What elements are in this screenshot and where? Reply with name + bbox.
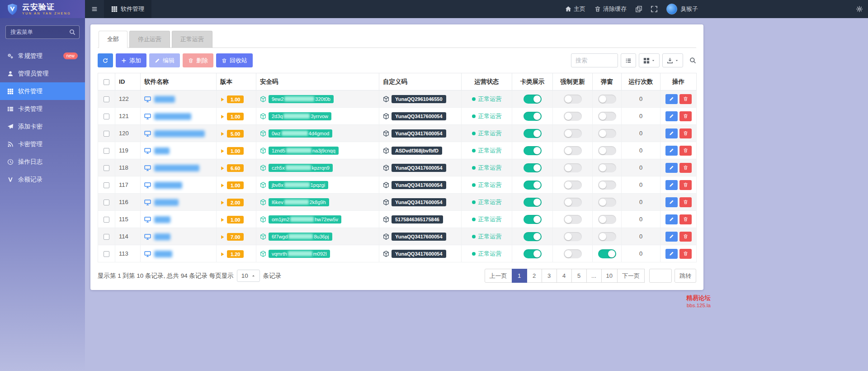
- jump-page-input[interactable]: [649, 269, 672, 283]
- popup-toggle[interactable]: [598, 181, 616, 190]
- page-button-5[interactable]: 5: [571, 269, 587, 283]
- popup-toggle[interactable]: [598, 249, 616, 258]
- delete-row-button[interactable]: [679, 180, 692, 190]
- sidebar-item-7[interactable]: 余额记录: [0, 171, 85, 188]
- sidebar-item-4[interactable]: 添加卡密: [0, 118, 85, 135]
- delete-row-button[interactable]: [679, 232, 692, 242]
- page-button-3[interactable]: 3: [542, 269, 557, 283]
- edit-row-button[interactable]: [665, 249, 678, 259]
- edit-row-button[interactable]: [665, 94, 678, 104]
- next-page-button[interactable]: 下一页: [617, 269, 645, 283]
- select-all-checkbox[interactable]: [104, 79, 109, 85]
- list-view-button[interactable]: [621, 53, 636, 67]
- page-button-...[interactable]: ...: [586, 269, 602, 283]
- popup-toggle[interactable]: [598, 129, 616, 138]
- card-show-toggle[interactable]: [524, 95, 542, 104]
- page-size-select[interactable]: 10: [237, 270, 260, 282]
- force-update-toggle[interactable]: [564, 112, 582, 121]
- delete-row-button[interactable]: [679, 214, 692, 224]
- tab-1[interactable]: 停止运营: [129, 31, 170, 48]
- delete-row-button[interactable]: [679, 94, 692, 104]
- card-show-toggle[interactable]: [524, 249, 542, 258]
- card-show-toggle[interactable]: [524, 112, 542, 121]
- force-update-toggle[interactable]: [564, 232, 582, 241]
- popup-toggle[interactable]: [598, 146, 616, 155]
- card-show-toggle[interactable]: [524, 146, 542, 155]
- settings-button[interactable]: [856, 6, 863, 12]
- topbar-tab-software[interactable]: 软件管理: [104, 0, 151, 18]
- row-checkbox[interactable]: [104, 251, 109, 257]
- row-checkbox[interactable]: [104, 131, 109, 137]
- edit-row-button[interactable]: [665, 180, 678, 190]
- page-button-1[interactable]: 1: [512, 269, 527, 283]
- page-button-2[interactable]: 2: [527, 269, 542, 283]
- delete-button[interactable]: 删除: [183, 53, 213, 67]
- row-checkbox[interactable]: [104, 96, 109, 102]
- force-update-toggle[interactable]: [564, 181, 582, 190]
- force-update-toggle[interactable]: [564, 198, 582, 207]
- row-checkbox[interactable]: [104, 114, 109, 119]
- row-checkbox[interactable]: [104, 165, 109, 171]
- force-update-toggle[interactable]: [564, 163, 582, 172]
- sidebar-item-3[interactable]: 卡类管理: [0, 100, 85, 118]
- popup-toggle[interactable]: [598, 95, 616, 104]
- edit-row-button[interactable]: [665, 232, 678, 242]
- refresh-button[interactable]: [98, 53, 113, 67]
- tab-0[interactable]: 全部: [99, 31, 127, 48]
- sidebar-toggle-button[interactable]: [85, 0, 104, 18]
- sidebar-item-2[interactable]: 软件管理: [0, 82, 85, 100]
- delete-row-button[interactable]: [679, 146, 692, 156]
- card-show-toggle[interactable]: [524, 163, 542, 172]
- row-checkbox[interactable]: [104, 200, 109, 205]
- force-update-toggle[interactable]: [564, 215, 582, 224]
- card-show-toggle[interactable]: [524, 129, 542, 138]
- popup-toggle[interactable]: [598, 232, 616, 241]
- page-button-10[interactable]: 10: [601, 269, 618, 283]
- card-show-toggle[interactable]: [524, 181, 542, 190]
- edit-row-button[interactable]: [665, 197, 678, 207]
- sidebar-item-6[interactable]: 操作日志: [0, 153, 85, 171]
- delete-row-button[interactable]: [679, 197, 692, 207]
- jump-button[interactable]: 跳转: [675, 269, 696, 283]
- edit-row-button[interactable]: [665, 128, 678, 138]
- columns-button[interactable]: [639, 53, 660, 67]
- edit-row-button[interactable]: [665, 111, 678, 121]
- row-checkbox[interactable]: [104, 234, 109, 240]
- edit-row-button[interactable]: [665, 146, 678, 156]
- page-button-4[interactable]: 4: [557, 269, 572, 283]
- copy-page-button[interactable]: [636, 6, 642, 12]
- sidebar-item-0[interactable]: 常规管理new: [0, 47, 85, 65]
- edit-row-button[interactable]: [665, 214, 678, 224]
- row-checkbox[interactable]: [104, 148, 109, 154]
- card-show-toggle[interactable]: [524, 198, 542, 207]
- row-checkbox[interactable]: [104, 217, 109, 223]
- popup-toggle[interactable]: [598, 163, 616, 172]
- prev-page-button[interactable]: 上一页: [485, 269, 512, 283]
- menu-search-input[interactable]: [5, 25, 80, 39]
- sidebar-item-5[interactable]: 卡密管理: [0, 135, 85, 153]
- edit-button[interactable]: 编辑: [149, 53, 180, 67]
- popup-toggle[interactable]: [598, 198, 616, 207]
- clear-cache-link[interactable]: 清除缓存: [594, 5, 627, 13]
- user-menu[interactable]: 臭猴子: [666, 4, 698, 14]
- export-button[interactable]: [662, 53, 683, 67]
- delete-row-button[interactable]: [679, 249, 692, 259]
- card-show-toggle[interactable]: [524, 232, 542, 241]
- edit-row-button[interactable]: [665, 163, 678, 173]
- delete-row-button[interactable]: [679, 128, 692, 138]
- row-checkbox[interactable]: [104, 182, 109, 188]
- popup-toggle[interactable]: [598, 112, 616, 121]
- add-button[interactable]: 添加: [116, 53, 146, 67]
- delete-row-button[interactable]: [679, 111, 692, 121]
- tab-2[interactable]: 正常运营: [172, 31, 212, 48]
- force-update-toggle[interactable]: [564, 146, 582, 155]
- delete-row-button[interactable]: [679, 163, 692, 173]
- sidebar-item-1[interactable]: 管理员管理: [0, 65, 85, 82]
- popup-toggle[interactable]: [598, 215, 616, 224]
- home-link[interactable]: 主页: [565, 5, 585, 13]
- force-update-toggle[interactable]: [564, 95, 582, 104]
- recycle-bin-button[interactable]: 回收站: [216, 53, 253, 67]
- search-button[interactable]: [689, 57, 696, 64]
- force-update-toggle[interactable]: [564, 129, 582, 138]
- card-show-toggle[interactable]: [524, 215, 542, 224]
